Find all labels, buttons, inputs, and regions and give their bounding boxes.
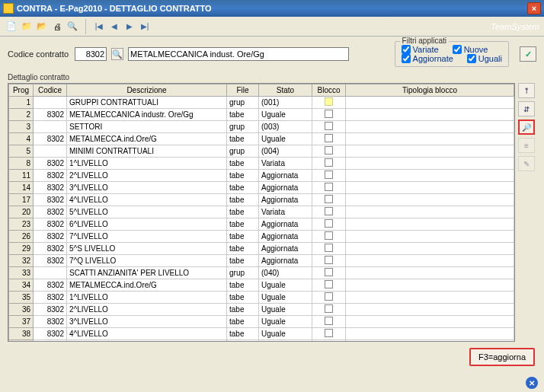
col-descr[interactable]: Descrizione (67, 84, 227, 97)
filter-aggiornate[interactable]: Aggiornate (402, 54, 453, 63)
table-row[interactable]: 5MINIMI CONTRATTUALIgrup(004) (9, 145, 514, 158)
blocco-checkbox[interactable] (325, 329, 333, 337)
filter-nuove-checkbox[interactable] (453, 45, 462, 54)
cell-blocco[interactable] (312, 279, 346, 292)
blocco-checkbox[interactable] (325, 268, 333, 276)
blocco-checkbox[interactable] (325, 195, 333, 203)
toolbar-button-5[interactable]: 🔍 (66, 20, 79, 33)
nav-last-button[interactable]: ▶| (138, 20, 152, 33)
table-row[interactable]: 2083025^LIVELLOtabeVariata (9, 206, 514, 218)
table-row[interactable]: 1783024^LIVELLOtabeAggiornata (9, 194, 514, 206)
blocco-checkbox[interactable] (325, 207, 333, 215)
cell-blocco[interactable] (312, 340, 346, 343)
cell-blocco[interactable] (312, 316, 346, 328)
table-row[interactable]: 3683022^LIVELLOtabeUguale (9, 304, 514, 316)
f3-aggiorna-button[interactable]: F3=aggiorna (469, 348, 535, 366)
blocco-checkbox[interactable] (325, 183, 333, 191)
cell-blocco[interactable] (312, 145, 346, 158)
nav-prev-button[interactable]: ◀ (107, 20, 121, 33)
cell-blocco[interactable] (312, 133, 346, 145)
table-row[interactable]: 883021^LIVELLOtabeVariata (9, 158, 514, 170)
blocco-checkbox[interactable] (325, 280, 333, 288)
grid[interactable]: Prog Codice Descrizione File Stato Blocc… (8, 83, 515, 342)
table-row[interactable]: 33SCATTI ANZIANITA' PER LIVELLOgrup(040) (9, 267, 514, 279)
table-row[interactable]: 3283027^Q LIVELLOtabeAggiornata (9, 255, 514, 267)
blocco-checkbox[interactable] (325, 231, 333, 240)
confirm-filters-button[interactable]: ✓ (520, 46, 536, 62)
cell-blocco[interactable] (312, 304, 346, 316)
nav-next-button[interactable]: ▶ (123, 20, 136, 33)
description-input[interactable] (128, 47, 349, 61)
table-row[interactable]: 3SETTORIgrup(003) (9, 121, 514, 133)
toolbar-button-4[interactable]: 🖨 (50, 20, 64, 33)
cell-blocco[interactable] (312, 109, 346, 121)
table-row[interactable]: 1483023^LIVELLOtabeAggiornata (9, 182, 514, 194)
blocco-checkbox[interactable] (325, 256, 333, 264)
filter-uguali[interactable]: Uguali (467, 54, 502, 63)
blocco-checkbox[interactable] (325, 171, 333, 179)
cell-blocco[interactable] (312, 218, 346, 231)
cell-blocco[interactable] (312, 255, 346, 267)
blocco-checkbox[interactable] (325, 97, 333, 106)
cell-blocco[interactable] (312, 231, 346, 243)
side-btn-sort[interactable]: ⇵ (518, 101, 535, 116)
cell-blocco[interactable] (312, 121, 346, 133)
blocco-checkbox[interactable] (325, 317, 333, 325)
cell-blocco[interactable] (312, 97, 346, 109)
table-row[interactable]: 348302METALMECCA.ind.Ore/GtabeUguale (9, 279, 514, 292)
toolbar-button-2[interactable]: 📁 (20, 20, 34, 33)
cell-blocco[interactable] (312, 206, 346, 218)
cell-blocco[interactable] (312, 243, 346, 255)
close-round-icon[interactable]: ✕ (526, 377, 538, 389)
cell-blocco[interactable] (312, 292, 346, 304)
filter-variate[interactable]: Variate (402, 45, 439, 54)
table-row[interactable]: 2983025^S LIVELLOtabeAggiornata (9, 243, 514, 255)
side-btn-top[interactable]: ⤒ (518, 83, 535, 98)
col-prog[interactable]: Prog (9, 84, 34, 97)
table-row[interactable]: 3783023^LIVELLOtabeUguale (9, 316, 514, 328)
cell-blocco[interactable] (312, 267, 346, 279)
table-row[interactable]: 28302METALMECCANICA industr. Ore/GgtabeU… (9, 109, 514, 121)
cell-file: grup (227, 267, 259, 279)
filter-variate-checkbox[interactable] (402, 45, 411, 54)
lookup-button[interactable]: 🔍 (111, 48, 123, 60)
cell-blocco[interactable] (312, 328, 346, 340)
cell-blocco[interactable] (312, 170, 346, 182)
table-row[interactable]: 48302METALMECCA.ind.Ore/GtabeUguale (9, 133, 514, 145)
blocco-checkbox[interactable] (325, 244, 333, 252)
code-input[interactable] (75, 47, 107, 61)
col-blocco[interactable]: Blocco (312, 84, 346, 97)
cell-blocco[interactable] (312, 182, 346, 194)
blocco-checkbox[interactable] (325, 122, 333, 130)
table-row[interactable]: 2383026^LIVELLOtabeAggiornata (9, 218, 514, 231)
blocco-checkbox[interactable] (325, 110, 333, 118)
col-codice[interactable]: Codice (34, 84, 67, 97)
toolbar-button-1[interactable]: 📄 (5, 20, 18, 33)
blocco-checkbox[interactable] (325, 146, 333, 155)
side-btn-detail[interactable]: 🔎 (518, 120, 535, 135)
blocco-checkbox[interactable] (325, 304, 333, 313)
col-tip[interactable]: Tipologia blocco (346, 84, 514, 97)
blocco-checkbox[interactable] (325, 292, 333, 301)
nav-first-button[interactable]: |◀ (92, 20, 106, 33)
table-row[interactable]: 1183022^LIVELLOtabeAggiornata (9, 170, 514, 182)
col-stato[interactable]: Stato (259, 84, 312, 97)
filter-uguali-checkbox[interactable] (467, 54, 476, 63)
table-row[interactable]: 1GRUPPI CONTRATTUALIgrup(001) (9, 97, 514, 109)
col-file[interactable]: File (227, 84, 259, 97)
table-row[interactable]: 3983025^LIVELLOtabeUguale (9, 340, 514, 343)
window-close-button[interactable]: × (527, 2, 541, 14)
filter-aggiornate-checkbox[interactable] (402, 54, 411, 63)
table-row[interactable]: 3583021^LIVELLOtabeUguale (9, 292, 514, 304)
side-buttons: ⤒ ⇵ 🔎 ≡ ✎ (518, 83, 536, 342)
filter-nuove[interactable]: Nuove (453, 45, 488, 54)
table-row[interactable]: 3883024^LIVELLOtabeUguale (9, 328, 514, 340)
toolbar-button-3[interactable]: 📂 (35, 20, 49, 33)
blocco-checkbox[interactable] (325, 134, 333, 142)
blocco-checkbox[interactable] (325, 341, 333, 342)
table-row[interactable]: 2683027^LIVELLOtabeAggiornata (9, 231, 514, 243)
blocco-checkbox[interactable] (325, 219, 333, 228)
cell-blocco[interactable] (312, 158, 346, 170)
blocco-checkbox[interactable] (325, 158, 333, 167)
cell-blocco[interactable] (312, 194, 346, 206)
